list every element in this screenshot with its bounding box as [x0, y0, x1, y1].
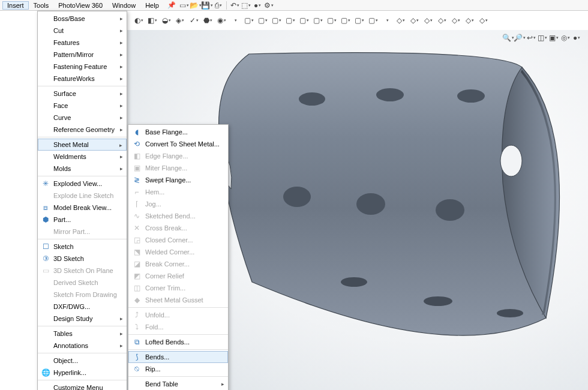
- menu-item-curve[interactable]: Curve▸: [38, 112, 127, 124]
- appearance-icon[interactable]: ●▾: [571, 33, 582, 43]
- menu-separator: [128, 376, 228, 377]
- sep[interactable]: ▾: [380, 14, 394, 27]
- view-cube-8-icon[interactable]: ▢▾: [353, 14, 366, 27]
- edge-flange-icon: ◧: [131, 151, 143, 161]
- print-icon[interactable]: ⎙▾: [213, 1, 224, 10]
- loft-icon[interactable]: ◈▾: [173, 14, 187, 27]
- menu-item-molds[interactable]: Molds▸: [38, 163, 127, 175]
- menu-tools[interactable]: Tools: [29, 1, 54, 10]
- menu-item-base-flange[interactable]: ◖Base Flange...: [128, 126, 228, 138]
- zoom-area-icon[interactable]: 🔎▾: [514, 33, 525, 43]
- exploded-view-icon: ✳: [40, 179, 51, 188]
- menu-item-weldments[interactable]: Weldments▸: [38, 151, 127, 163]
- menu-item-model-break-view[interactable]: ⧈Model Break View...: [38, 202, 127, 214]
- menu-photoview-360[interactable]: PhotoView 360: [53, 1, 107, 10]
- menu-window[interactable]: Window: [107, 1, 140, 10]
- menu-insert[interactable]: Insert: [2, 1, 29, 10]
- menu-item-part[interactable]: ⬢Part...: [38, 214, 127, 226]
- view-cube-3-icon[interactable]: ▢▾: [284, 14, 297, 27]
- menu-item-lofted-bends[interactable]: ⧉Lofted Bends...: [128, 336, 228, 348]
- menu-item-object[interactable]: Object...: [38, 355, 127, 367]
- new-icon[interactable]: ▭▾: [179, 1, 190, 10]
- rebuild-icon[interactable]: ●▾: [252, 1, 263, 10]
- menu-item-dxf-dwg[interactable]: DXF/DWG...: [38, 301, 127, 313]
- menu-item-cut[interactable]: Cut▸: [38, 25, 127, 37]
- menu-item-label: Explode Line Sketch: [53, 191, 113, 200]
- menu-item-reference-geometry[interactable]: Reference Geometry▸: [38, 124, 127, 136]
- options-icon[interactable]: ⚙▾: [263, 1, 274, 10]
- menu-item-label: Closed Corner...: [145, 236, 193, 245]
- menu-item-tables[interactable]: Tables▸: [38, 328, 127, 340]
- menu-item-sketch[interactable]: ☐Sketch: [38, 241, 127, 253]
- menu-item-sheet-metal[interactable]: Sheet Metal▸: [38, 139, 127, 151]
- menu-item-label: Face: [53, 101, 68, 110]
- display-icon[interactable]: ◎▾: [560, 33, 571, 43]
- blank-icon: [40, 164, 51, 173]
- zoom-fit-icon[interactable]: 🔍▾: [503, 33, 514, 43]
- menu-item-face[interactable]: Face▸: [38, 100, 127, 112]
- save-icon[interactable]: 💾▾: [202, 1, 212, 10]
- prev-view-icon[interactable]: ↩▾: [526, 33, 536, 43]
- revolve-icon[interactable]: ◒▾: [160, 14, 173, 27]
- menu-item-convert-to-sheet-metal[interactable]: ⟲Convert To Sheet Metal...: [128, 138, 228, 150]
- aux-2-icon[interactable]: ◇▾: [422, 14, 435, 27]
- aux-1-icon[interactable]: ◇▾: [408, 14, 421, 27]
- blank-icon: [40, 62, 51, 71]
- menu-item-surface[interactable]: Surface▸: [38, 88, 127, 100]
- aux-0-icon[interactable]: ◇▾: [394, 14, 407, 27]
- view-cube-9-icon[interactable]: ▢▾: [367, 14, 380, 27]
- menu-item-label: Weldments: [53, 152, 86, 161]
- view-cube-5-icon[interactable]: ▢▾: [311, 14, 325, 27]
- menu-item-boss-base[interactable]: Boss/Base▸: [38, 13, 127, 25]
- menu-item-customize-menu[interactable]: Customize Menu: [38, 382, 127, 390]
- aux-3-icon[interactable]: ◇▾: [436, 14, 449, 27]
- menu-separator: [38, 176, 127, 176]
- extrude-icon[interactable]: ◧▾: [146, 14, 159, 27]
- view-cube-4-icon[interactable]: ▢▾: [298, 14, 311, 27]
- menu-help[interactable]: Help: [140, 1, 164, 10]
- menu-item-fastening-feature[interactable]: Fastening Feature▸: [38, 61, 127, 73]
- stop-icon[interactable]: ⬣▾: [201, 14, 214, 27]
- menu-item-3d-sketch[interactable]: ③3D Sketch: [38, 253, 127, 265]
- menu-item-pattern-mirror[interactable]: Pattern/Mirror▸: [38, 49, 127, 61]
- check-icon[interactable]: ✓▾: [187, 14, 200, 27]
- menu-item-bend-table[interactable]: Bend Table▸: [128, 378, 228, 390]
- menu-item-sketched-bend: ∿Sketched Bend...: [128, 210, 228, 222]
- closed-corner-icon: ◲: [131, 235, 143, 245]
- aux-5-icon[interactable]: ◇▾: [463, 14, 476, 27]
- menu-item-welded-corner: ⬔Welded Corner...: [128, 246, 228, 258]
- hem-icon: ⌐: [131, 187, 143, 197]
- globe-icon[interactable]: ◉▾: [215, 14, 228, 27]
- open-icon[interactable]: 📂▾: [190, 1, 201, 10]
- view-cube-1-icon[interactable]: ▢▾: [256, 14, 269, 27]
- select-icon[interactable]: ⬚▾: [241, 1, 251, 10]
- view-cube-0-icon[interactable]: ▢▾: [242, 14, 256, 27]
- menu-item-rip[interactable]: ⦰Rip...: [128, 363, 228, 375]
- menu-item-annotations[interactable]: Annotations▸: [38, 340, 127, 352]
- blank-icon: [40, 38, 51, 47]
- menu-item-features[interactable]: Features▸: [38, 37, 127, 49]
- menu-item-swept-flange[interactable]: ≷Swept Flange...: [128, 174, 228, 186]
- menu-item-fold: ⤵Fold...: [128, 321, 228, 333]
- pin-icon[interactable]: 📌: [167, 1, 176, 9]
- section-icon[interactable]: ◫▾: [537, 33, 548, 43]
- view-cube-6-icon[interactable]: ▢▾: [325, 14, 338, 27]
- sep[interactable]: ▾: [229, 14, 242, 27]
- menu-item-featureworks[interactable]: FeatureWorks▸: [38, 73, 127, 85]
- view-cube-icon[interactable]: ▣▾: [548, 33, 559, 43]
- menu-item-hyperlink[interactable]: 🌐Hyperlink...: [38, 367, 127, 379]
- view-cube-2-icon[interactable]: ▢▾: [270, 14, 283, 27]
- aux-6-icon[interactable]: ◇▾: [477, 14, 490, 27]
- hole: [376, 88, 404, 101]
- menu-item-design-study[interactable]: Design Study▸: [38, 313, 127, 325]
- menu-item-label: Hyperlink...: [53, 368, 86, 377]
- undo-icon[interactable]: ↶▾: [229, 1, 240, 10]
- menu-item-exploded-view[interactable]: ✳Exploded View...: [38, 178, 127, 190]
- blank-icon: [40, 278, 51, 287]
- aux-4-icon[interactable]: ◇▾: [449, 14, 463, 27]
- sketch-icon[interactable]: ◐▾: [132, 14, 145, 27]
- menu-item-hem: ⌐Hem...: [128, 186, 228, 198]
- view-cube-7-icon[interactable]: ▢▾: [339, 14, 352, 27]
- menu-item-label: Reference Geometry: [53, 125, 115, 134]
- menu-item-bends[interactable]: ⟆Bends...: [128, 351, 228, 363]
